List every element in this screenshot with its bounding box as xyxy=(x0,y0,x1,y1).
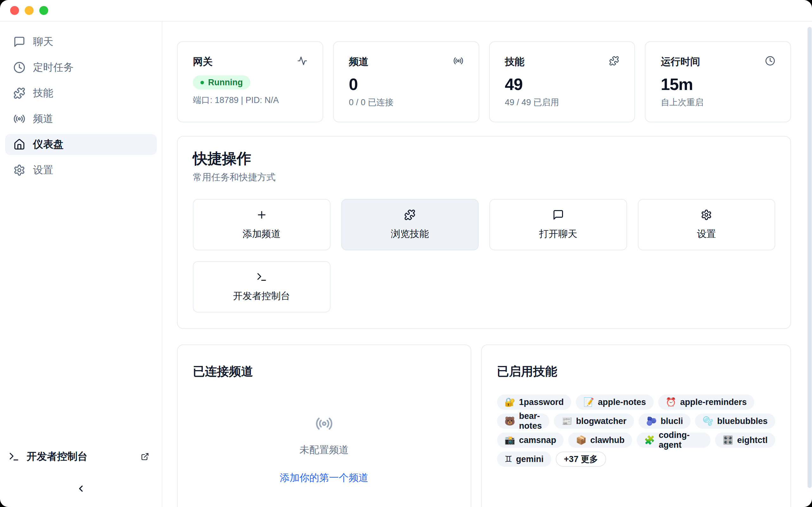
action-label: 开发者控制台 xyxy=(233,290,290,302)
quick-action-add-channel[interactable]: 添加频道 xyxy=(193,199,331,250)
status-dot xyxy=(200,81,204,84)
skill-name: coding-agent xyxy=(659,430,703,450)
enabled-skills-card: 已启用技能 🔐1password 📝apple-notes ⏰apple-rem… xyxy=(481,344,791,507)
sidebar-dev-console[interactable]: 开发者控制台 xyxy=(8,450,149,464)
clock-icon xyxy=(13,61,26,73)
stat-title: 技能 xyxy=(505,56,525,68)
terminal-icon xyxy=(256,271,267,283)
chat-icon xyxy=(553,209,564,221)
skill-name: apple-reminders xyxy=(680,397,747,407)
radio-icon xyxy=(453,56,463,67)
skill-chip-apple-notes[interactable]: 📝apple-notes xyxy=(576,395,653,410)
skill-chip-camsnap[interactable]: 📸camsnap xyxy=(497,433,564,448)
stat-subtitle: 自上次重启 xyxy=(661,97,775,108)
skill-chip-blucli[interactable]: 🫐blucli xyxy=(639,413,691,429)
vertical-scrollbar[interactable] xyxy=(808,27,812,488)
quick-actions-grid: 添加频道 浏览技能 打开聊天 设置 xyxy=(193,199,775,313)
sidebar-item-scheduled-tasks[interactable]: 定时任务 xyxy=(5,57,157,78)
skill-name: camsnap xyxy=(519,435,556,445)
stat-value: 0 xyxy=(349,76,463,93)
quick-actions-title: 快捷操作 xyxy=(193,150,775,167)
sidebar: 聊天 定时任务 技能 频道 仪表盘 设置 xyxy=(0,21,162,507)
sidebar-item-label: 聊天 xyxy=(33,35,53,49)
skill-emoji: ⏰ xyxy=(666,397,676,407)
chip-row: 🔐1password 📝apple-notes ⏰apple-reminders xyxy=(497,395,775,410)
zoom-button[interactable] xyxy=(39,6,48,15)
skill-chip-bluebubbles[interactable]: 🫧bluebubbles xyxy=(695,413,775,429)
skill-emoji: 🫐 xyxy=(646,416,657,426)
stat-title: 频道 xyxy=(349,56,368,68)
sidebar-item-channels[interactable]: 频道 xyxy=(5,108,157,129)
activity-icon xyxy=(297,56,307,67)
skill-name: bear-notes xyxy=(519,411,542,431)
skill-emoji: 🫧 xyxy=(703,416,713,426)
traffic-lights xyxy=(10,6,48,15)
sidebar-item-label: 频道 xyxy=(33,112,53,126)
connected-channels-title: 已连接频道 xyxy=(193,364,455,379)
skill-chip-bear-notes[interactable]: 🐻bear-notes xyxy=(497,413,550,429)
skill-emoji: ♊ xyxy=(505,454,512,464)
skill-chip-gemini[interactable]: ♊gemini xyxy=(497,452,551,467)
quick-action-dev-console[interactable]: 开发者控制台 xyxy=(193,261,331,313)
chip-row: 🐻bear-notes 📰blogwatcher 🫐blucli 🫧bluebu… xyxy=(497,413,775,429)
radio-icon xyxy=(315,415,333,434)
puzzle-icon xyxy=(404,209,415,221)
minimize-button[interactable] xyxy=(25,6,34,15)
skill-name: apple-notes xyxy=(598,397,646,407)
skill-chip-blogwatcher[interactable]: 📰blogwatcher xyxy=(554,413,634,429)
stat-card-channels: 频道 0 0 / 0 已连接 xyxy=(333,41,479,122)
chip-row: 📸camsnap 📦clawhub 🧩coding-agent 🎛️eightc… xyxy=(497,433,775,448)
quick-action-settings[interactable]: 设置 xyxy=(638,199,775,250)
skill-name: eightctl xyxy=(737,435,768,445)
main-content: 网关 Running 端口: 18789 | PID: N/A 频道 xyxy=(162,21,812,507)
quick-action-open-chat[interactable]: 打开聊天 xyxy=(490,199,627,250)
stat-card-uptime: 运行时间 15m 自上次重启 xyxy=(645,41,791,122)
status-label: Running xyxy=(208,78,243,88)
skill-emoji: 🐻 xyxy=(505,416,515,426)
stats-row: 网关 Running 端口: 18789 | PID: N/A 频道 xyxy=(177,41,791,120)
stat-subtitle: 49 / 49 已启用 xyxy=(505,97,619,108)
close-button[interactable] xyxy=(10,6,19,15)
stat-subtitle: 0 / 0 已连接 xyxy=(349,97,463,108)
sidebar-item-settings[interactable]: 设置 xyxy=(5,160,157,181)
skill-name: bluebubbles xyxy=(717,416,768,426)
stat-value: 15m xyxy=(661,76,775,93)
action-label: 浏览技能 xyxy=(391,228,429,240)
skills-more-button[interactable]: +37 更多 xyxy=(556,452,606,467)
sidebar-collapse-button[interactable] xyxy=(0,484,162,494)
skill-emoji: 🎛️ xyxy=(722,435,733,445)
skill-name: blogwatcher xyxy=(576,416,626,426)
quick-actions-card: 快捷操作 常用任务和快捷方式 添加频道 浏览技能 打开聊天 xyxy=(177,136,791,329)
app-window: 聊天 定时任务 技能 频道 仪表盘 设置 xyxy=(0,0,812,507)
stat-title: 运行时间 xyxy=(661,56,700,68)
sidebar-item-dashboard[interactable]: 仪表盘 xyxy=(5,134,157,155)
skill-emoji: 📰 xyxy=(561,416,572,426)
stat-subtitle: 端口: 18789 | PID: N/A xyxy=(193,95,307,106)
sidebar-item-label: 仪表盘 xyxy=(33,137,63,152)
quick-action-browse-skills[interactable]: 浏览技能 xyxy=(341,199,479,250)
skill-chip-eightctl[interactable]: 🎛️eightctl xyxy=(715,433,775,448)
action-label: 打开聊天 xyxy=(539,228,577,240)
quick-actions-subtitle: 常用任务和快捷方式 xyxy=(193,172,775,182)
skill-emoji: 🔐 xyxy=(505,397,515,407)
skill-chip-apple-reminders[interactable]: ⏰apple-reminders xyxy=(658,395,755,410)
skills-chip-list: 🔐1password 📝apple-notes ⏰apple-reminders… xyxy=(497,395,775,467)
gear-icon xyxy=(701,209,712,221)
sidebar-item-label: 定时任务 xyxy=(33,60,73,74)
plus-icon xyxy=(256,209,267,221)
action-label: 设置 xyxy=(697,228,716,240)
home-icon xyxy=(13,138,26,151)
puzzle-icon xyxy=(13,87,26,99)
sidebar-item-skills[interactable]: 技能 xyxy=(5,83,157,104)
skill-chip-coding-agent[interactable]: 🧩coding-agent xyxy=(637,433,711,448)
skill-chip-1password[interactable]: 🔐1password xyxy=(497,395,571,410)
add-first-channel-link[interactable]: 添加你的第一个频道 xyxy=(280,471,368,485)
skill-emoji: 🧩 xyxy=(644,435,655,445)
titlebar xyxy=(0,0,812,21)
chat-icon xyxy=(13,36,26,48)
external-link-icon[interactable] xyxy=(141,452,149,461)
radio-icon xyxy=(13,113,26,125)
skill-chip-clawhub[interactable]: 📦clawhub xyxy=(568,433,632,448)
gear-icon xyxy=(13,164,26,176)
sidebar-item-chat[interactable]: 聊天 xyxy=(5,32,157,52)
